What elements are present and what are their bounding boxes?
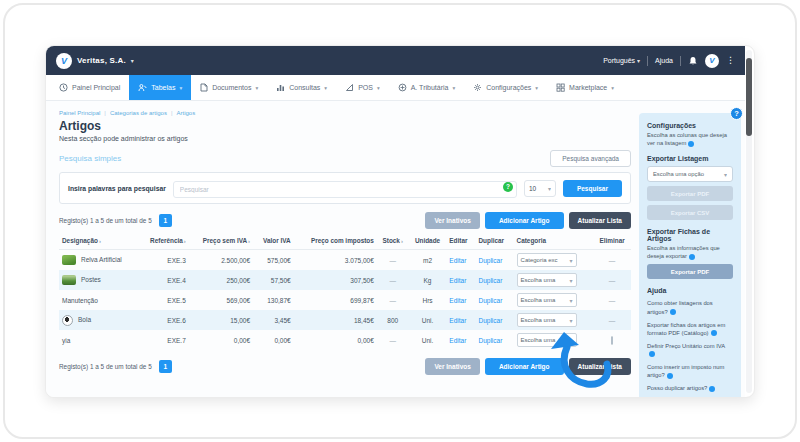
article-reference: EXE.3 <box>138 250 188 271</box>
nav-item-pos[interactable]: POS ▾ <box>336 75 389 100</box>
nav-label: Marketplace <box>569 84 607 91</box>
header-referencia[interactable]: Referência› <box>138 232 188 250</box>
category-select[interactable]: Categoria exc▾ <box>517 253 577 267</box>
scrollbar[interactable] <box>746 50 752 393</box>
duplicate-link[interactable]: Duplicar <box>478 257 502 264</box>
breadcrumb-item[interactable]: Categorias de artigos <box>104 110 167 116</box>
export-pdf-button[interactable]: Exportar PDF <box>647 186 733 201</box>
chevron-down-icon: ▾ <box>377 85 380 91</box>
duplicate-link[interactable]: Duplicar <box>478 297 502 304</box>
page-size-value: 10 <box>529 185 536 192</box>
language-menu[interactable]: Português ▾ <box>603 57 640 64</box>
stock-value: — <box>377 250 409 271</box>
unit-value: Uni. <box>409 330 447 350</box>
search-input[interactable] <box>173 181 517 198</box>
nav-label: Consultas <box>289 84 320 91</box>
export-csv-button[interactable]: Exportar CSV <box>647 205 733 220</box>
breadcrumb-item[interactable]: Painel Principal <box>59 110 100 116</box>
nav-item-painel-principal[interactable]: Painel Principal <box>50 75 129 100</box>
refresh-list-button[interactable]: Atualizar Lista <box>569 212 631 229</box>
chevron-down-icon: ▾ <box>131 57 134 64</box>
header-unidade: Unidade <box>409 232 447 250</box>
table-row: Postes EXE.4 250,00€ 57,50€ 307,50€ — Kg… <box>59 270 631 290</box>
sort-icon: › <box>99 238 101 244</box>
nav-item-tabelas[interactable]: Tabelas ▾ <box>129 75 191 100</box>
add-article-button[interactable]: Adicionar Artigo <box>485 212 564 229</box>
marketplace-icon <box>556 83 565 92</box>
nav-item-marketplace[interactable]: Marketplace ▾ <box>547 75 623 100</box>
chevron-down-icon: ▾ <box>724 171 727 178</box>
breadcrumb: Painel Principal Categorias de artigos A… <box>59 110 631 116</box>
export-sheets-pdf-button[interactable]: Exportar PDF <box>647 264 733 279</box>
info-icon[interactable] <box>689 254 695 260</box>
chevron-down-icon: ▾ <box>452 85 455 91</box>
company-logo-icon: V <box>56 53 72 69</box>
nav-label: Documentos <box>212 84 251 91</box>
table-header-row: Designação› Referência› Preço sem IVA› V… <box>59 232 631 250</box>
article-name: Relva Artificial <box>59 250 138 271</box>
header-categoria: Categoria <box>514 232 594 250</box>
terms-link[interactable]: Termos de utilização <box>389 397 444 398</box>
article-name: yia <box>59 330 138 350</box>
category-select[interactable]: Escolha uma▾ <box>517 273 577 287</box>
help-menu[interactable]: Ajuda <box>655 57 673 64</box>
page-number-button[interactable]: 1 <box>159 360 172 373</box>
duplicate-link[interactable]: Duplicar <box>478 277 502 284</box>
vat-value: 575,00€ <box>253 250 294 271</box>
kebab-menu-icon[interactable]: ⋮ <box>726 56 735 65</box>
header-designacao[interactable]: Designação› <box>59 232 138 250</box>
header-preco-sem-iva[interactable]: Preço sem IVA› <box>189 232 253 250</box>
view-inactive-button[interactable]: Ver Inativos <box>425 358 480 375</box>
breadcrumb-item[interactable]: Artigos <box>171 110 195 116</box>
help-link[interactable]: Como obter listagens dos artigos? <box>647 299 733 315</box>
nav-item-configuracoes[interactable]: Configurações ▾ <box>464 75 547 100</box>
export-option-select[interactable]: Escolha uma opção ▾ <box>647 166 733 182</box>
page-subtitle: Nesta secção pode administrar os artigos <box>59 135 631 142</box>
edit-link[interactable]: Editar <box>449 317 466 324</box>
advanced-search-button[interactable]: Pesquisa avançada <box>550 150 631 167</box>
nav-item-a-tributaria[interactable]: A. Tributária ▾ <box>389 75 465 100</box>
article-reference: EXE.7 <box>138 330 188 350</box>
nav-item-consultas[interactable]: Consultas ▾ <box>267 75 336 100</box>
chevron-down-icon: ▾ <box>570 297 573 304</box>
page-size-select[interactable]: 10 ▾ <box>524 180 556 197</box>
search-help-icon[interactable]: ? <box>503 182 513 192</box>
help-link[interactable]: Como inserir um imposto num artigo? <box>647 363 733 379</box>
duplicate-link[interactable]: Duplicar <box>478 317 502 324</box>
edit-link[interactable]: Editar <box>449 277 466 284</box>
bell-icon[interactable] <box>688 56 698 66</box>
info-icon <box>711 330 717 336</box>
category-select[interactable]: Escolha uma▾ <box>517 313 577 327</box>
header-stock[interactable]: Stock› <box>377 232 409 250</box>
sort-icon: › <box>401 238 403 244</box>
clock-icon <box>59 83 68 92</box>
page-number-button[interactable]: 1 <box>159 214 172 227</box>
price-no-vat: 2.500,00€ <box>189 250 253 271</box>
table-row: Bola EXE.6 15,00€ 3,45€ 18,45€ 800 Uni. … <box>59 310 631 330</box>
duplicate-link[interactable]: Duplicar <box>478 337 502 344</box>
nav-label: Painel Principal <box>72 84 120 91</box>
help-link[interactable]: Exportar fichas dos artigos em formato P… <box>647 321 733 337</box>
info-icon <box>649 351 655 357</box>
info-icon[interactable] <box>688 141 694 147</box>
grass-image <box>62 255 76 265</box>
help-link[interactable]: Posso duplicar artigos? <box>647 384 733 392</box>
view-inactive-button[interactable]: Ver Inativos <box>425 212 480 229</box>
help-link[interactable]: Definir Preço Unitário com IVA <box>647 342 733 358</box>
edit-link[interactable]: Editar <box>449 257 466 264</box>
nav-item-documentos[interactable]: Documentos ▾ <box>191 75 267 100</box>
price-no-vat: 15,00€ <box>189 310 253 330</box>
edit-link[interactable]: Editar <box>449 337 466 344</box>
company-menu[interactable]: V Veritas, S.A. ▾ <box>56 53 134 69</box>
main-nav: Painel Principal Tabelas ▾ Documentos ▾ … <box>46 75 745 101</box>
edit-link[interactable]: Editar <box>449 297 466 304</box>
search-button[interactable]: Pesquisar <box>563 180 622 197</box>
category-select[interactable]: Escolha uma▾ <box>517 293 577 307</box>
avatar[interactable]: V <box>705 54 719 68</box>
document-icon <box>200 83 208 92</box>
delete-cell: — <box>593 310 631 330</box>
scrollbar-thumb[interactable] <box>746 58 752 136</box>
header-duplicar: Duplicar <box>475 232 513 250</box>
sidebar-help-icon[interactable]: ? <box>730 107 743 120</box>
vat-value: 3,45€ <box>253 310 294 330</box>
